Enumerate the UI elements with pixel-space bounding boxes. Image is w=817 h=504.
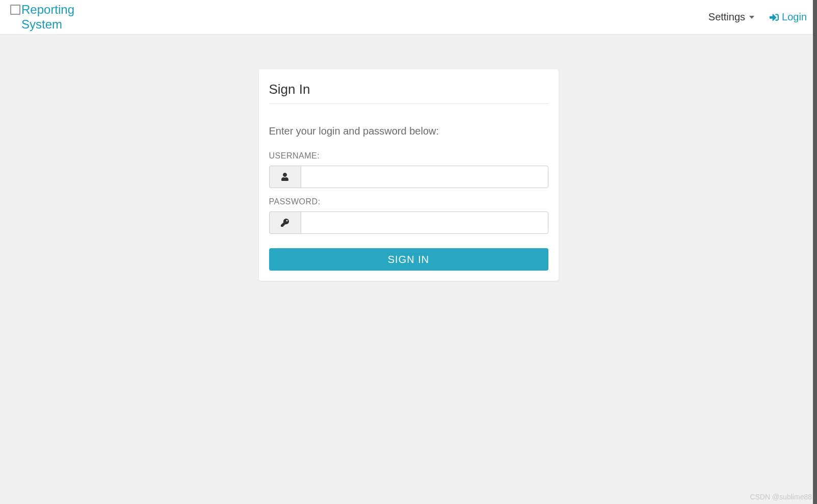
login-label: Login (782, 11, 807, 23)
watermark: CSDN @sublime88 (750, 493, 812, 501)
username-input-group (269, 166, 548, 188)
username-input[interactable] (301, 166, 548, 188)
username-addon (269, 166, 301, 188)
instruction-text: Enter your login and password below: (269, 125, 548, 137)
username-label: USERNAME: (269, 151, 548, 161)
nav-right: Settings Login (708, 11, 807, 23)
signin-button[interactable]: SIGN IN (269, 248, 548, 271)
brand[interactable]: Reporting System (10, 3, 88, 32)
caret-down-icon (749, 16, 754, 19)
username-form-group: USERNAME: (269, 151, 548, 188)
login-card: Sign In Enter your login and password be… (259, 69, 559, 281)
main-content: Sign In Enter your login and password be… (0, 35, 817, 281)
password-input-group (269, 211, 548, 234)
password-input[interactable] (301, 211, 548, 234)
card-title: Sign In (269, 82, 548, 104)
user-icon (281, 173, 289, 181)
navbar: Reporting System Settings Login (0, 0, 817, 35)
right-border (813, 0, 817, 504)
settings-dropdown[interactable]: Settings (708, 11, 754, 23)
password-label: PASSWORD: (269, 197, 548, 206)
signin-icon (770, 13, 779, 22)
brand-text: Reporting System (21, 3, 88, 32)
settings-label: Settings (708, 11, 745, 23)
key-icon (281, 219, 289, 227)
password-form-group: PASSWORD: (269, 197, 548, 234)
password-addon (269, 211, 301, 234)
login-link[interactable]: Login (770, 11, 807, 23)
brand-icon (10, 5, 20, 15)
